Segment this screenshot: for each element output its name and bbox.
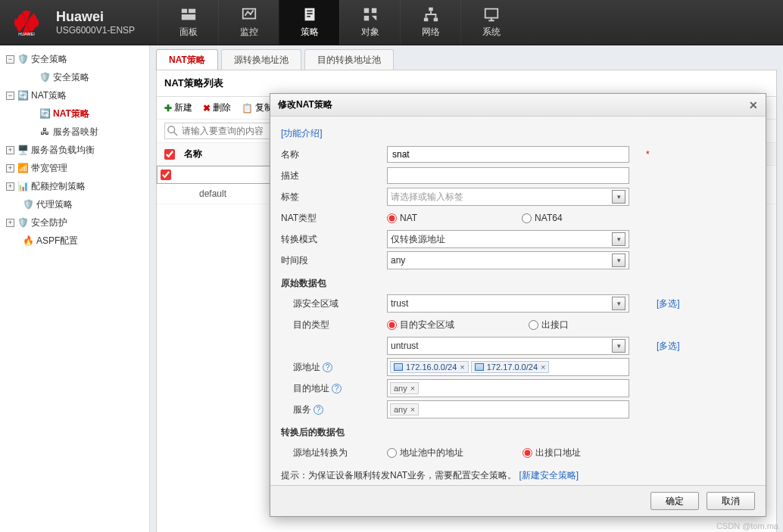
expand-icon[interactable] <box>6 182 14 191</box>
svc-tag[interactable]: any× <box>390 403 419 415</box>
function-intro-link[interactable]: [功能介绍] <box>281 127 323 140</box>
aspf-icon: 🔥 <box>23 235 33 246</box>
tab-nat-policy[interactable]: NAT策略 <box>156 49 218 70</box>
object-icon <box>362 6 379 23</box>
dst-tag[interactable]: any× <box>390 382 419 394</box>
nat-icon: 🔄 <box>39 108 50 119</box>
src-tag[interactable]: 172.17.0.0/24× <box>471 361 550 373</box>
remove-icon[interactable]: × <box>460 362 464 372</box>
create-sec-policy-link[interactable]: [新建安全策略] <box>519 470 579 481</box>
nav-dashboard[interactable]: 面板 <box>158 0 218 45</box>
label-dstaddr: 目的地址? <box>281 382 387 395</box>
dstzone-multi-link[interactable]: [多选] <box>657 340 680 353</box>
svg-rect-14 <box>433 18 438 22</box>
nav-network[interactable]: 网络 <box>400 0 460 45</box>
tree-sec-protect[interactable]: 🛡️安全防护 <box>0 213 149 232</box>
search-icon <box>167 126 178 136</box>
srczone-multi-link[interactable]: [多选] <box>657 297 680 310</box>
srcconv-if-radio[interactable]: 出接口地址 <box>523 446 581 459</box>
tab-dst-pool[interactable]: 目的转换地址池 <box>304 49 394 70</box>
src-tag[interactable]: 172.16.0.0/24× <box>390 361 469 373</box>
copy-button[interactable]: 📋复制 <box>242 101 273 114</box>
help-icon[interactable]: ? <box>314 405 323 415</box>
tag-select[interactable]: 请选择或输入标签▾ <box>387 188 629 206</box>
label-service: 服务? <box>281 403 387 416</box>
nav-object[interactable]: 对象 <box>339 0 400 45</box>
section-original-packet: 原始数据包 <box>281 277 755 290</box>
dsttype-if-radio[interactable]: 出接口 <box>529 319 569 331</box>
delete-button[interactable]: ✖删除 <box>203 101 231 114</box>
nat-icon: 🔄 <box>17 90 28 101</box>
sidebar: 🛡️安全策略 🛡️安全策略 🔄NAT策略 🔄NAT策略 🖧服务器映射 🖥️服务器… <box>0 45 150 532</box>
tree-server-mapping[interactable]: 🖧服务器映射 <box>0 123 149 141</box>
service-tags[interactable]: any× <box>387 400 629 418</box>
name-input[interactable] <box>387 146 629 163</box>
expand-icon[interactable] <box>6 219 14 227</box>
tree-aspf[interactable]: 🔥ASPF配置 <box>0 232 149 250</box>
tree-bandwidth[interactable]: 📶带宽管理 <box>0 159 149 177</box>
tree-nat-policy[interactable]: 🔄NAT策略 <box>0 86 149 104</box>
collapse-icon[interactable] <box>6 55 14 64</box>
tree-proxy[interactable]: 🛡️代理策略 <box>0 195 149 213</box>
tag-placeholder: 请选择或输入标签 <box>391 191 463 204</box>
help-icon[interactable]: ? <box>332 384 342 394</box>
tree-nat-policy-sub[interactable]: 🔄NAT策略 <box>0 104 149 123</box>
remove-icon[interactable]: × <box>410 384 415 393</box>
dstaddr-tags[interactable]: any× <box>387 379 629 397</box>
dashboard-icon <box>180 6 197 23</box>
brand-model: USG6000V1-ENSP <box>56 25 135 36</box>
tree-slb[interactable]: 🖥️服务器负载均衡 <box>0 141 149 159</box>
help-icon[interactable]: ? <box>323 362 332 372</box>
ok-button[interactable]: 确定 <box>650 492 699 510</box>
remove-icon[interactable]: × <box>410 405 415 414</box>
svg-rect-7 <box>307 13 312 14</box>
dialog-title: 修改NAT策略 <box>278 98 332 111</box>
label-time: 时间段 <box>281 254 387 267</box>
chevron-down-icon: ▾ <box>612 232 625 246</box>
svg-rect-2 <box>189 9 195 14</box>
row-checkbox[interactable] <box>161 170 171 180</box>
label-name: 名称 <box>281 148 387 161</box>
dialog-header[interactable]: 修改NAT策略 ✕ <box>270 94 766 117</box>
label-tag: 标签 <box>281 191 387 204</box>
desc-input[interactable] <box>387 167 629 184</box>
close-icon[interactable]: ✕ <box>749 99 758 111</box>
select-all-checkbox[interactable] <box>164 149 175 160</box>
tree-security-policy-sub[interactable]: 🛡️安全策略 <box>0 68 149 86</box>
copy-icon: 📋 <box>242 103 253 114</box>
svg-line-17 <box>174 132 177 135</box>
bandwidth-icon: 📶 <box>17 163 28 173</box>
srcaddr-tags[interactable]: 172.16.0.0/24× 172.17.0.0/24× <box>387 358 629 376</box>
nattype-nat64-radio[interactable]: NAT64 <box>522 213 562 223</box>
remove-icon[interactable]: × <box>541 362 545 372</box>
tab-src-pool[interactable]: 源转换地址池 <box>221 49 301 70</box>
expand-icon[interactable] <box>6 164 14 173</box>
required-mark: * <box>646 149 650 160</box>
expand-icon[interactable] <box>6 146 14 154</box>
svg-rect-9 <box>363 8 368 13</box>
label-dsttype: 目的类型 <box>281 319 387 331</box>
chevron-down-icon: ▾ <box>612 339 625 353</box>
nav-monitor[interactable]: 监控 <box>218 0 279 45</box>
nattype-nat-radio[interactable]: NAT <box>387 213 417 223</box>
policy-icon: 🛡️ <box>39 72 50 82</box>
srcconv-pool-radio[interactable]: 地址池中的地址 <box>387 446 463 459</box>
nav-policy[interactable]: 策略 <box>279 0 339 45</box>
tree-quota[interactable]: 📊配额控制策略 <box>0 177 149 195</box>
nav-system[interactable]: 系统 <box>460 0 521 45</box>
time-select[interactable]: any▾ <box>387 251 629 269</box>
collapse-icon[interactable] <box>6 92 14 100</box>
srczone-select[interactable]: trust▾ <box>387 294 629 313</box>
cancel-button[interactable]: 取消 <box>707 492 755 510</box>
label-convmode: 转换模式 <box>281 233 387 246</box>
dsttype-zone-radio[interactable]: 目的安全区域 <box>387 319 454 331</box>
tree-security-policy[interactable]: 🛡️安全策略 <box>0 50 149 68</box>
svg-text:HUAWEI: HUAWEI <box>18 32 34 36</box>
new-button[interactable]: ✚新建 <box>164 101 192 114</box>
server-icon: 🖧 <box>39 126 50 137</box>
label-srcconv: 源地址转换为 <box>281 446 387 459</box>
nav-label: 策略 <box>301 26 319 39</box>
convmode-select[interactable]: 仅转换源地址▾ <box>387 230 629 248</box>
dstzone-select[interactable]: untrust▾ <box>387 337 629 355</box>
hint-row: 提示：为保证设备顺利转发NAT业务，需要配置安全策略。 [新建安全策略] <box>281 469 755 482</box>
